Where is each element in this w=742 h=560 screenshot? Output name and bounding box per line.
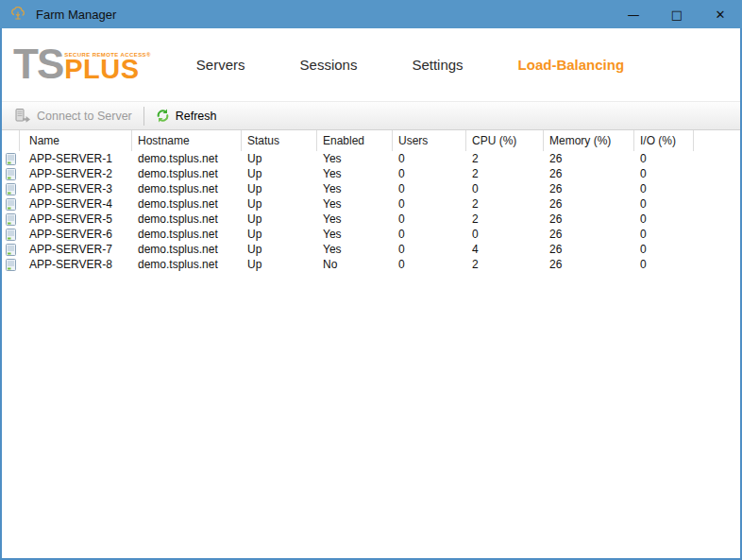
cell-status: Up bbox=[242, 182, 317, 195]
server-icon bbox=[2, 229, 20, 241]
cell-name: APP-SERVER-1 bbox=[20, 152, 132, 165]
window-title: Farm Manager bbox=[36, 8, 116, 22]
cell-memory: 26 bbox=[544, 167, 634, 180]
server-icon bbox=[2, 168, 20, 180]
column-header-io[interactable]: I/O (%) bbox=[634, 130, 694, 151]
toolbar-separator bbox=[143, 107, 144, 126]
cell-status: Up bbox=[242, 152, 317, 165]
cell-memory: 26 bbox=[544, 243, 634, 256]
cell-name: APP-SERVER-2 bbox=[20, 167, 132, 180]
connect-to-server-button[interactable]: Connect to Server bbox=[8, 106, 140, 126]
cell-memory: 26 bbox=[544, 182, 634, 195]
cell-cpu: 2 bbox=[466, 167, 544, 180]
table-row[interactable]: APP-SERVER-4demo.tsplus.netUpYes02260 bbox=[2, 196, 740, 212]
cell-users: 0 bbox=[393, 167, 466, 180]
column-header-status[interactable]: Status bbox=[242, 130, 317, 151]
cell-name: APP-SERVER-6 bbox=[20, 228, 132, 241]
connect-server-icon bbox=[15, 109, 31, 123]
cell-enabled: Yes bbox=[317, 182, 393, 195]
table-row[interactable]: APP-SERVER-5demo.tsplus.netUpYes02260 bbox=[2, 212, 740, 227]
titlebar-controls: — □ ✕ bbox=[612, 0, 742, 28]
cell-io: 0 bbox=[634, 243, 694, 256]
tab-load-balancing[interactable]: Load-Balancing bbox=[518, 57, 625, 73]
cell-users: 0 bbox=[393, 152, 466, 165]
cell-cpu: 2 bbox=[466, 258, 544, 271]
column-header-hostname[interactable]: Hostname bbox=[132, 130, 242, 151]
column-header-users[interactable]: Users bbox=[393, 130, 466, 151]
tab-servers[interactable]: Servers bbox=[196, 57, 245, 73]
cell-enabled: No bbox=[317, 258, 393, 271]
cell-memory: 26 bbox=[544, 152, 634, 165]
server-icon bbox=[2, 153, 20, 165]
cell-cpu: 2 bbox=[466, 152, 544, 165]
cell-status: Up bbox=[242, 212, 317, 226]
cell-users: 0 bbox=[393, 243, 466, 256]
table-row[interactable]: APP-SERVER-8demo.tsplus.netUpNo02260 bbox=[2, 257, 740, 272]
logo-ts-text: TS bbox=[13, 48, 62, 80]
table-row[interactable]: APP-SERVER-6demo.tsplus.netUpYes00260 bbox=[2, 227, 740, 242]
cell-enabled: Yes bbox=[317, 152, 393, 165]
cell-enabled: Yes bbox=[317, 167, 393, 180]
server-icon bbox=[2, 183, 20, 195]
cell-status: Up bbox=[242, 197, 317, 211]
refresh-button[interactable]: Refresh bbox=[148, 106, 225, 126]
cell-io: 0 bbox=[634, 197, 694, 211]
table-row[interactable]: APP-SERVER-1demo.tsplus.netUpYes02260 bbox=[2, 151, 740, 166]
maximize-button[interactable]: □ bbox=[655, 0, 699, 28]
cell-name: APP-SERVER-5 bbox=[20, 212, 132, 226]
cell-users: 0 bbox=[393, 212, 466, 226]
cell-cpu: 2 bbox=[466, 197, 544, 211]
cell-cpu: 4 bbox=[466, 243, 544, 256]
cell-name: APP-SERVER-4 bbox=[20, 197, 132, 211]
farm-manager-window: Farm Manager — □ ✕ TS SECURE REMOTE ACCE… bbox=[0, 0, 742, 560]
cell-enabled: Yes bbox=[317, 197, 393, 211]
cell-users: 0 bbox=[393, 182, 466, 195]
cell-io: 0 bbox=[634, 228, 694, 241]
cell-memory: 26 bbox=[544, 258, 634, 271]
cell-cpu: 0 bbox=[466, 182, 544, 195]
column-header-enabled[interactable]: Enabled bbox=[317, 130, 393, 151]
cell-users: 0 bbox=[393, 228, 466, 241]
cell-io: 0 bbox=[634, 212, 694, 226]
tab-sessions[interactable]: Sessions bbox=[300, 57, 358, 73]
cell-io: 0 bbox=[634, 167, 694, 180]
cell-hostname: demo.tsplus.net bbox=[132, 167, 242, 180]
refresh-label: Refresh bbox=[176, 110, 217, 123]
cell-io: 0 bbox=[634, 258, 694, 271]
minimize-button[interactable]: — bbox=[612, 0, 655, 28]
cell-memory: 26 bbox=[544, 197, 634, 211]
server-icon bbox=[2, 213, 20, 226]
cell-hostname: demo.tsplus.net bbox=[132, 243, 242, 256]
cell-io: 0 bbox=[634, 182, 694, 195]
cell-name: APP-SERVER-3 bbox=[20, 182, 132, 195]
table-row[interactable]: APP-SERVER-2demo.tsplus.netUpYes02260 bbox=[2, 166, 740, 181]
cell-status: Up bbox=[242, 258, 317, 271]
cell-io: 0 bbox=[634, 152, 694, 165]
cell-hostname: demo.tsplus.net bbox=[132, 212, 242, 226]
cell-cpu: 2 bbox=[466, 212, 544, 226]
cell-name: APP-SERVER-8 bbox=[20, 258, 132, 271]
app-cloud-icon bbox=[9, 6, 28, 23]
tab-settings[interactable]: Settings bbox=[412, 57, 463, 73]
cell-users: 0 bbox=[393, 258, 466, 271]
table-row[interactable]: APP-SERVER-3demo.tsplus.netUpYes00260 bbox=[2, 181, 740, 196]
table-body: APP-SERVER-1demo.tsplus.netUpYes02260APP… bbox=[2, 151, 740, 272]
cell-hostname: demo.tsplus.net bbox=[132, 152, 242, 165]
cell-name: APP-SERVER-7 bbox=[20, 243, 132, 256]
nav-tabs: Servers Sessions Settings Load-Balancing bbox=[196, 57, 624, 73]
cell-enabled: Yes bbox=[317, 212, 393, 226]
column-header-name[interactable]: Name bbox=[20, 130, 132, 151]
column-header-memory[interactable]: Memory (%) bbox=[544, 130, 634, 151]
server-icon bbox=[2, 244, 20, 256]
connect-to-server-label: Connect to Server bbox=[37, 110, 132, 123]
server-table: NameHostnameStatusEnabledUsersCPU (%)Mem… bbox=[2, 130, 740, 558]
table-row[interactable]: APP-SERVER-7demo.tsplus.netUpYes04260 bbox=[2, 242, 740, 257]
titlebar: Farm Manager — □ ✕ bbox=[0, 0, 742, 28]
column-header-cpu[interactable]: CPU (%) bbox=[466, 130, 544, 151]
close-button[interactable]: ✕ bbox=[699, 0, 742, 28]
server-icon bbox=[2, 198, 20, 211]
column-header-filler bbox=[694, 130, 740, 151]
cell-status: Up bbox=[242, 167, 317, 180]
cell-enabled: Yes bbox=[317, 243, 393, 256]
column-header-icon[interactable] bbox=[2, 130, 20, 151]
